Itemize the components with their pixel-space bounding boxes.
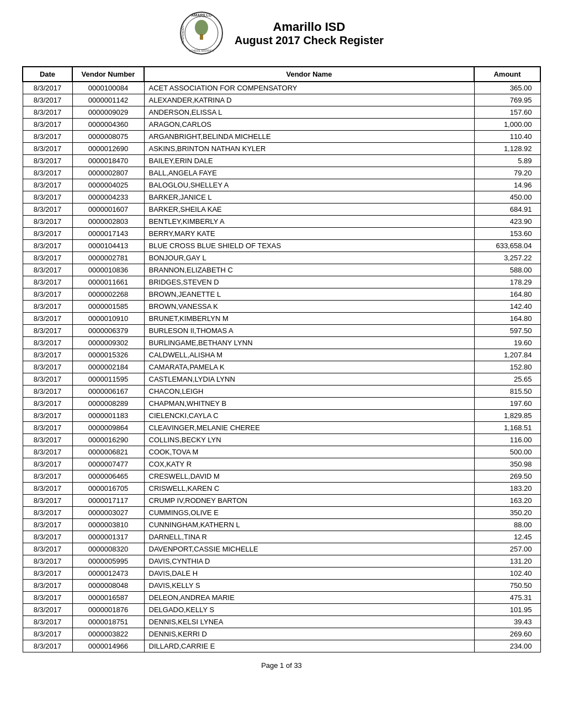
cell-vendor-name: COX,KATY R [144, 458, 474, 470]
cell-amount: 197.60 [474, 398, 540, 410]
amarillo-isd-logo: AMARILLO SCHOOL DISTRICT INDEPENDENT [179, 11, 224, 55]
cell-vendor-number: 0000008048 [72, 580, 144, 592]
cell-vendor-number: 0000012690 [72, 143, 144, 155]
cell-amount: 102.40 [474, 568, 540, 580]
cell-amount: 88.00 [474, 519, 540, 531]
cell-vendor-name: BRIDGES,STEVEN D [144, 276, 474, 288]
cell-vendor-name: ASKINS,BRINTON NATHAN KYLER [144, 143, 474, 155]
cell-date: 8/3/2017 [23, 155, 72, 167]
col-header-date: Date [23, 67, 72, 82]
cell-vendor-number: 0000018470 [72, 155, 144, 167]
cell-vendor-number: 0000017143 [72, 228, 144, 240]
cell-vendor-number: 0000001607 [72, 204, 144, 216]
cell-amount: 152.80 [474, 361, 540, 373]
cell-amount: 110.40 [474, 131, 540, 143]
cell-date: 8/3/2017 [23, 386, 72, 398]
cell-vendor-name: BURLESON II,THOMAS A [144, 325, 474, 337]
cell-date: 8/3/2017 [23, 592, 72, 604]
table-row: 8/3/20170000017143BERRY,MARY KATE153.60 [23, 228, 540, 240]
cell-amount: 79.20 [474, 167, 540, 179]
svg-rect-3 [200, 34, 203, 40]
cell-vendor-number: 0000016705 [72, 483, 144, 495]
col-header-vendor-number: Vendor Number [72, 67, 144, 82]
table-row: 8/3/20170000006821COOK,TOVA M500.00 [23, 446, 540, 458]
cell-amount: 1,128.92 [474, 143, 540, 155]
cell-amount: 5.89 [474, 155, 540, 167]
cell-vendor-name: BARKER,JANICE L [144, 191, 474, 204]
cell-vendor-name: CHACON,LEIGH [144, 386, 474, 398]
col-header-vendor-name: Vendor Name [144, 67, 474, 82]
cell-vendor-number: 0000006465 [72, 470, 144, 483]
table-row: 8/3/20170000008075ARGANBRIGHT,BELINDA MI… [23, 131, 540, 143]
cell-date: 8/3/2017 [23, 276, 72, 288]
cell-amount: 350.98 [474, 458, 540, 470]
page-header: AMARILLO SCHOOL DISTRICT INDEPENDENT Ama… [22, 11, 541, 55]
cell-vendor-number: 0000009864 [72, 422, 144, 434]
cell-vendor-name: CALDWELL,ALISHA M [144, 349, 474, 361]
cell-amount: 684.91 [474, 204, 540, 216]
cell-date: 8/3/2017 [23, 616, 72, 628]
table-row: 8/3/20170000004233BARKER,JANICE L450.00 [23, 191, 540, 204]
table-row: 8/3/20170000006379BURLESON II,THOMAS A59… [23, 325, 540, 337]
cell-amount: 633,658.04 [474, 240, 540, 252]
cell-amount: 1,829.85 [474, 410, 540, 422]
cell-vendor-number: 0000010910 [72, 313, 144, 325]
cell-vendor-name: BALOGLOU,SHELLEY A [144, 179, 474, 191]
cell-vendor-name: BRUNET,KIMBERLYN M [144, 313, 474, 325]
table-row: 8/3/20170000001607BARKER,SHEILA KAE684.9… [23, 204, 540, 216]
cell-vendor-number: 0000001317 [72, 531, 144, 543]
cell-amount: 1,168.51 [474, 422, 540, 434]
cell-date: 8/3/2017 [23, 313, 72, 325]
cell-vendor-number: 0000008289 [72, 398, 144, 410]
cell-date: 8/3/2017 [23, 131, 72, 143]
cell-vendor-number: 0000014966 [72, 640, 144, 652]
title-line1: Amarillo ISD [235, 20, 384, 34]
cell-date: 8/3/2017 [23, 604, 72, 616]
cell-vendor-number: 0000017117 [72, 495, 144, 507]
cell-date: 8/3/2017 [23, 458, 72, 470]
cell-vendor-number: 0000100084 [72, 82, 144, 94]
cell-date: 8/3/2017 [23, 373, 72, 386]
cell-amount: 153.60 [474, 228, 540, 240]
table-row: 8/3/20170000004360ARAGON,CARLOS1,000.00 [23, 119, 540, 131]
title-line2: August 2017 Check Register [235, 34, 384, 47]
cell-vendor-number: 0000002803 [72, 216, 144, 228]
cell-amount: 101.95 [474, 604, 540, 616]
cell-vendor-name: BROWN,JEANETTE L [144, 288, 474, 301]
cell-amount: 750.50 [474, 580, 540, 592]
cell-amount: 142.40 [474, 301, 540, 313]
cell-date: 8/3/2017 [23, 398, 72, 410]
table-row: 8/3/20170000002268BROWN,JEANETTE L164.80 [23, 288, 540, 301]
table-row: 8/3/20170000012690ASKINS,BRINTON NATHAN … [23, 143, 540, 155]
cell-date: 8/3/2017 [23, 507, 72, 519]
cell-amount: 178.29 [474, 276, 540, 288]
col-header-amount: Amount [474, 67, 540, 82]
cell-vendor-name: ARGANBRIGHT,BELINDA MICHELLE [144, 131, 474, 143]
cell-vendor-name: BERRY,MARY KATE [144, 228, 474, 240]
table-row: 8/3/20170000018751DENNIS,KELSI LYNEA39.4… [23, 616, 540, 628]
table-row: 8/3/20170000003810CUNNINGHAM,KATHERN L88… [23, 519, 540, 531]
cell-amount: 131.20 [474, 555, 540, 568]
table-row: 8/3/20170000104413BLUE CROSS BLUE SHIELD… [23, 240, 540, 252]
cell-amount: 815.50 [474, 386, 540, 398]
cell-vendor-name: CUNNINGHAM,KATHERN L [144, 519, 474, 531]
cell-vendor-name: CHAPMAN,WHITNEY B [144, 398, 474, 410]
cell-vendor-number: 0000003027 [72, 507, 144, 519]
cell-vendor-name: BURLINGAME,BETHANY LYNN [144, 337, 474, 349]
table-row: 8/3/20170000017117CRUMP IV,RODNEY BARTON… [23, 495, 540, 507]
cell-vendor-name: BAILEY,ERIN DALE [144, 155, 474, 167]
cell-date: 8/3/2017 [23, 483, 72, 495]
table-row: 8/3/20170000014966DILLARD,CARRIE E234.00 [23, 640, 540, 652]
cell-date: 8/3/2017 [23, 580, 72, 592]
cell-vendor-number: 0000005995 [72, 555, 144, 568]
table-row: 8/3/20170000003027CUMMINGS,OLIVE E350.20 [23, 507, 540, 519]
cell-vendor-name: CRUMP IV,RODNEY BARTON [144, 495, 474, 507]
cell-vendor-name: DILLARD,CARRIE E [144, 640, 474, 652]
table-row: 8/3/20170000007477COX,KATY R350.98 [23, 458, 540, 470]
cell-vendor-name: ARAGON,CARLOS [144, 119, 474, 131]
cell-vendor-name: CAMARATA,PAMELA K [144, 361, 474, 373]
table-row: 8/3/20170000010910BRUNET,KIMBERLYN M164.… [23, 313, 540, 325]
cell-date: 8/3/2017 [23, 288, 72, 301]
cell-amount: 163.20 [474, 495, 540, 507]
table-row: 8/3/20170000002781BONJOUR,GAY L3,257.22 [23, 252, 540, 264]
